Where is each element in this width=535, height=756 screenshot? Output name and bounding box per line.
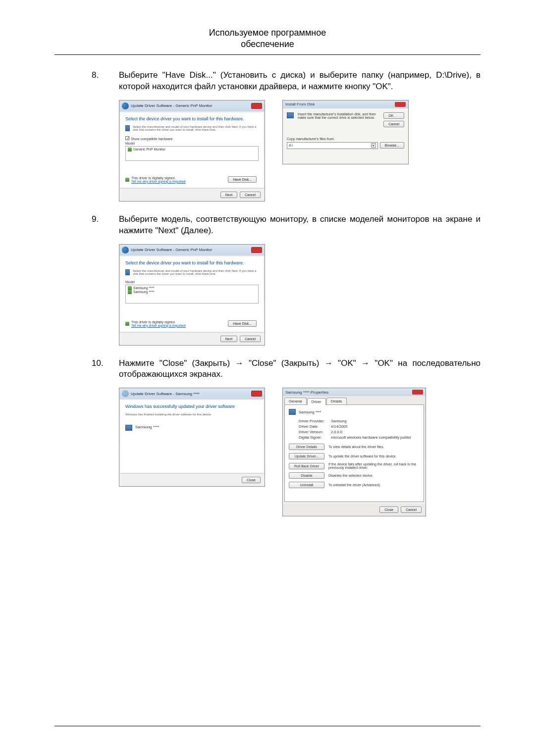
model-label: Model — [125, 142, 259, 145]
model-listbox[interactable]: Generic PnP Monitor — [125, 146, 259, 161]
shield-icon — [128, 148, 132, 151]
list-item[interactable]: Samsung **** — [128, 290, 256, 294]
instruction-step-10: 10. Нажмите "Close" (Закрыть) → "Close" … — [54, 358, 481, 381]
wizard-title: Update Driver Software - Generic PnP Mon… — [131, 248, 212, 252]
cancel-button[interactable]: Cancel — [401, 506, 422, 513]
close-icon[interactable] — [251, 391, 262, 397]
wizard-subtext-row: Select the manufacturer and model of you… — [125, 125, 259, 136]
wizard-subtext: Select the manufacturer and model of you… — [133, 125, 259, 131]
have-disk-button[interactable]: Have Disk... — [228, 320, 257, 327]
properties-dialog: Samsung **** Properties General Driver D… — [282, 388, 426, 516]
close-button[interactable]: Close — [379, 506, 398, 513]
back-icon — [122, 390, 129, 397]
next-button[interactable]: Next — [220, 336, 237, 342]
dialog-title: Install From Disk — [285, 102, 315, 106]
dialog-title: Samsung **** Properties — [285, 390, 328, 395]
signed-text: This driver is digitally signed. — [131, 320, 186, 324]
wizard-subtext: Select the manufacturer and model of you… — [133, 269, 259, 275]
wizard-title: Update Driver Software - Samsung **** — [131, 392, 200, 396]
copy-from-label: Copy manufacturer's files from: — [287, 137, 404, 141]
signer-label: Digital Signer: — [299, 435, 331, 440]
cancel-button[interactable]: Cancel — [240, 336, 261, 342]
next-button[interactable]: Next — [220, 192, 237, 198]
wizard-title: Update Driver Software - Generic PnP Mon… — [131, 103, 212, 108]
have-disk-button[interactable]: Have Disk... — [228, 176, 257, 183]
uninstall-button[interactable]: Uninstall — [289, 482, 324, 488]
tab-details[interactable]: Details — [326, 398, 347, 404]
chevron-down-icon[interactable]: ▾ — [371, 143, 376, 148]
instruction-step-8: 8. Выберите "Have Disk..." (Установить с… — [54, 70, 481, 93]
wizard-titlebar: Update Driver Software - Generic PnP Mon… — [119, 101, 265, 111]
disable-desc: Disables the selected device. — [328, 474, 420, 477]
provider-label: Driver Provider: — [299, 419, 331, 423]
wizard-subtext-row: Select the manufacturer and model of you… — [125, 269, 259, 280]
wizard-footer: Next Cancel — [119, 188, 265, 201]
dialog-titlebar: Samsung **** Properties — [283, 388, 426, 396]
close-icon[interactable] — [395, 102, 406, 107]
show-compatible-checkbox[interactable]: ✓Show compatible hardware — [125, 136, 259, 141]
success-heading: Windows has successfully updated your dr… — [125, 404, 259, 409]
rollback-driver-button[interactable]: Roll Back Driver — [289, 463, 324, 469]
close-icon[interactable] — [251, 103, 262, 109]
wizard-titlebar: Update Driver Software - Generic PnP Mon… — [119, 245, 265, 255]
tab-strip: General Driver Details — [283, 396, 426, 404]
model-listbox[interactable]: Samsung **** Samsung **** — [125, 285, 259, 303]
ok-button[interactable]: OK — [383, 112, 404, 119]
back-icon[interactable] — [122, 102, 129, 109]
driver-details-button[interactable]: Driver Details — [289, 444, 324, 450]
step-9-screenshots: Update Driver Software - Generic PnP Mon… — [119, 244, 481, 346]
instruction-step-9: 9. Выберите модель, соответствующую мони… — [54, 214, 481, 237]
monitor-icon — [125, 269, 130, 275]
footer-rule — [54, 726, 481, 726]
cancel-button[interactable]: Cancel — [383, 121, 404, 127]
wizard-body: Select the device driver you want to ins… — [120, 112, 264, 187]
tab-general[interactable]: General — [284, 398, 307, 404]
success-subtext: Windows has finished installing the driv… — [125, 413, 259, 416]
wizard-titlebar: Update Driver Software - Samsung **** — [119, 388, 265, 399]
shield-icon — [128, 290, 132, 294]
wizard-heading: Select the device driver you want to ins… — [125, 116, 259, 121]
tab-driver[interactable]: Driver — [307, 398, 326, 405]
step-10-screenshots: Update Driver Software - Samsung **** Wi… — [119, 388, 481, 516]
header-line2: обеспечение — [54, 39, 481, 50]
model-label: Model — [125, 280, 259, 284]
close-button[interactable]: Close — [242, 477, 261, 483]
list-item[interactable]: Samsung **** — [128, 286, 256, 290]
version-value: 2.0.0.0 — [331, 430, 342, 434]
wizard-footer: Close — [119, 473, 265, 486]
list-item[interactable]: Generic PnP Monitor — [128, 148, 256, 151]
back-icon[interactable] — [122, 247, 129, 253]
path-combo[interactable]: A:\ ▾ — [287, 142, 378, 149]
signer-value: microsoft windows hardware compatibility… — [331, 435, 411, 440]
step-number: 10. — [54, 358, 119, 381]
header-line1: Используемое программное — [54, 27, 481, 39]
instruction-list: 8. Выберите "Have Disk..." (Установить с… — [54, 70, 481, 517]
close-icon[interactable] — [412, 390, 423, 395]
signing-link[interactable]: Tell me why driver signing is important — [131, 180, 186, 183]
shield-icon — [128, 286, 132, 290]
properties-body: Samsung **** Driver Provider:Samsung Dri… — [284, 404, 424, 502]
provider-value: Samsung — [331, 419, 347, 423]
update-driver-desc: To update the driver software for this d… — [328, 454, 420, 458]
wizard-have-disk: Update Driver Software - Generic PnP Mon… — [119, 100, 265, 202]
date-label: Driver Date: — [299, 424, 331, 429]
browse-button[interactable]: Browse... — [380, 142, 404, 149]
step-text: Выберите "Have Disk..." (Установить с ди… — [119, 70, 481, 93]
close-icon[interactable] — [251, 247, 262, 253]
uninstall-desc: To uninstall the driver (Advanced). — [328, 483, 420, 487]
signed-row: This driver is digitally signed. Tell me… — [125, 176, 259, 183]
rollback-driver-desc: If the device fails after updating the d… — [328, 462, 420, 469]
step-text: Нажмите "Close" (Закрыть) → "Close" (Зак… — [119, 358, 481, 381]
monitor-icon — [125, 125, 130, 131]
device-name: Samsung **** — [299, 410, 321, 414]
update-driver-button[interactable]: Update Driver... — [289, 453, 324, 459]
disable-button[interactable]: Disable — [289, 472, 324, 479]
cancel-button[interactable]: Cancel — [240, 192, 261, 198]
wizard-success: Update Driver Software - Samsung **** Wi… — [119, 388, 265, 487]
device-name: Samsung **** — [135, 425, 159, 429]
date-value: 4/14/2005 — [331, 424, 347, 429]
monitor-icon — [289, 409, 296, 415]
signing-link[interactable]: Tell me why driver signing is important — [131, 324, 186, 327]
step-text: Выберите модель, соответствующую монитор… — [119, 214, 481, 237]
shield-icon — [125, 322, 129, 326]
